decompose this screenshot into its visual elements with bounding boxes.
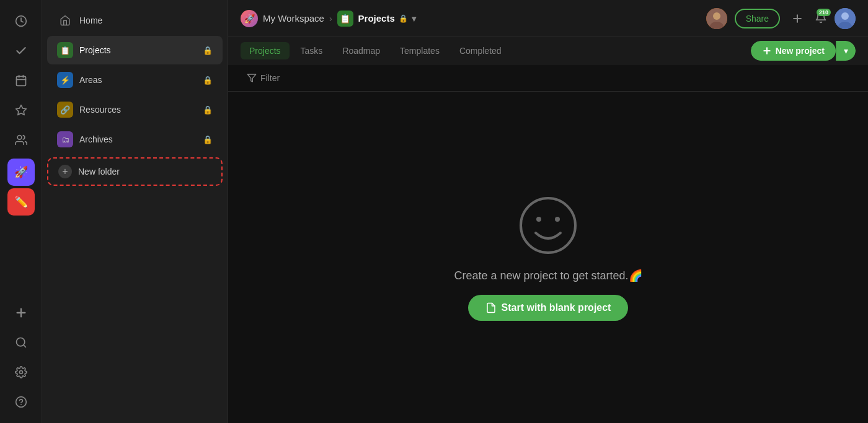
toolbar: Filter [228,64,868,92]
sidebar-item-resources[interactable]: 🔗 Resources 🔒 [47,95,223,124]
star-icon[interactable] [7,97,35,124]
workspace-name[interactable]: My Workspace [263,13,324,24]
share-button[interactable]: Share [735,9,780,28]
add-button[interactable] [787,9,807,28]
resources-lock-icon: 🔒 [203,105,213,115]
top-header: 🚀 My Workspace › 📋 Projects 🔒 ▾ Share [228,0,868,37]
calendar-icon[interactable] [7,67,35,94]
tab-roadmap[interactable]: Roadmap [334,42,389,59]
new-project-button[interactable]: New project [751,41,836,61]
bell-button[interactable]: 210 [815,11,827,26]
project-lock-icon: 🔒 [399,14,408,23]
svg-line-10 [23,345,25,347]
svg-marker-24 [247,74,255,82]
home-icon [57,12,73,28]
settings-icon[interactable] [7,359,35,386]
left-sidebar: Home 📋 Projects 🔒 ⚡ Areas 🔒 🔗 Resources … [42,0,228,423]
sidebar-item-areas[interactable]: ⚡ Areas 🔒 [47,66,223,94]
header-right: Share 210 [706,8,856,29]
sidebar-archives-label: Archives [79,134,197,144]
resources-icon: 🔗 [57,102,73,118]
search-icon[interactable] [7,329,35,356]
sidebar-resources-label: Resources [79,105,197,115]
empty-state: Create a new project to get started.🌈 St… [228,92,868,423]
icon-sidebar: 🚀 ✏️ [0,0,42,423]
new-project-dropdown-button[interactable]: ▾ [836,41,856,61]
new-folder-label: New folder [78,167,120,177]
people-icon[interactable] [7,126,35,154]
projects-lock-icon: 🔒 [203,46,213,55]
project-chevron-icon[interactable]: ▾ [412,14,416,24]
avatar-left[interactable] [706,8,727,29]
tab-projects[interactable]: Projects [241,42,290,59]
svg-point-15 [713,12,720,20]
red-app-badge [24,191,32,199]
empty-state-message: Create a new project to get started.🌈 [454,269,642,282]
workspace-icon: 🚀 [241,10,258,27]
projects-icon: 📋 [57,42,73,58]
breadcrumb-arrow-icon: › [329,14,332,24]
main-content: 🚀 My Workspace › 📋 Projects 🔒 ▾ Share [228,0,868,423]
svg-marker-5 [16,105,26,115]
smiley-icon [517,194,579,256]
project-badge-icon: 📋 [337,11,353,27]
filter-button[interactable]: Filter [241,71,286,85]
sidebar-home-label: Home [79,15,213,25]
check-icon[interactable] [7,37,35,64]
sidebar-projects-label: Projects [79,45,197,55]
bell-badge: 210 [817,9,831,16]
plus-add-icon[interactable] [7,299,35,326]
svg-point-20 [841,12,849,20]
sidebar-areas-label: Areas [79,75,197,85]
sidebar-item-home[interactable]: Home [47,6,223,35]
svg-point-6 [17,136,22,140]
tab-tasks[interactable]: Tasks [292,42,332,59]
areas-icon: ⚡ [57,72,73,88]
new-folder-plus-icon: + [58,165,72,178]
rocket-app[interactable]: 🚀 [7,159,35,186]
breadcrumb: 🚀 My Workspace › 📋 Projects 🔒 ▾ [241,10,416,27]
svg-rect-1 [16,76,25,85]
history-icon[interactable] [7,7,35,35]
tabs-bar: Projects Tasks Roadmap Templates Complet… [228,37,868,64]
sidebar-item-projects[interactable]: 📋 Projects 🔒 [47,36,223,64]
sidebar-item-archives[interactable]: 🗂 Archives 🔒 [47,125,223,154]
svg-point-25 [521,198,575,253]
project-name: Projects 🔒 ▾ [358,13,416,24]
start-blank-project-button[interactable]: Start with blank project [468,295,629,321]
red-app[interactable]: ✏️ [7,188,35,216]
avatar-right[interactable] [835,8,856,29]
new-folder-button[interactable]: + New folder [47,157,223,186]
archives-lock-icon: 🔒 [203,135,213,144]
svg-point-26 [536,217,541,222]
svg-point-11 [19,371,22,374]
new-project-wrap: New project ▾ [751,41,856,61]
svg-point-27 [555,217,560,222]
areas-lock-icon: 🔒 [203,76,213,85]
tab-completed[interactable]: Completed [451,42,510,59]
tab-templates[interactable]: Templates [391,42,448,59]
archives-icon: 🗂 [57,131,73,147]
help-icon[interactable] [7,388,35,416]
